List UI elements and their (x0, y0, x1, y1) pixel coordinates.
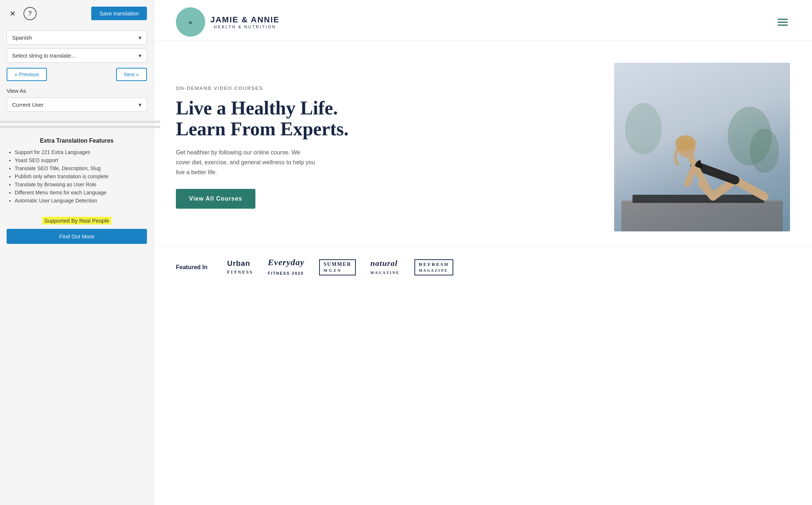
panel-body: Spanish ▼ Select string to translate... … (0, 27, 154, 118)
hero-right (374, 63, 790, 231)
view-as-label: View As (7, 88, 147, 94)
hero-section: ON-DEMAND VIDEO COURSES Live a Healthy L… (154, 41, 812, 246)
view-as-dropdown[interactable]: Current User (7, 98, 147, 112)
hamburger-menu-button[interactable] (775, 17, 790, 28)
brand-logo-summer: SUMMERMGZN (319, 259, 356, 275)
close-button[interactable]: ✕ (7, 8, 18, 19)
logo-circle: & (176, 7, 205, 37)
brand-logo-urban: Urban FITNESS (227, 259, 253, 275)
thick-divider-2 (0, 126, 160, 128)
next-button[interactable]: Next » (116, 68, 147, 81)
feature-item: Translate by Browsing as User Role (15, 182, 147, 187)
feature-item: Translate SEO Title, Description, Slug (15, 165, 147, 171)
logo-text-block: JAMIE & ANNIE HEALTH & NUTRITION (210, 15, 280, 29)
logo-emblem: & (181, 13, 200, 31)
language-dropdown[interactable]: Spanish (7, 30, 147, 45)
language-dropdown-wrapper: Spanish ▼ (7, 30, 147, 45)
svg-rect-7 (632, 195, 764, 203)
svg-rect-5 (621, 202, 783, 231)
svg-point-3 (750, 129, 779, 173)
feature-item: Different Menu Items for each Language (15, 190, 147, 195)
nav-buttons: « Previous Next » (7, 68, 147, 81)
panel-top-bar: ✕ ? Save translation (0, 0, 154, 27)
svg-point-4 (625, 103, 662, 154)
featured-in-label: Featured In (176, 264, 213, 271)
translation-panel: ✕ ? Save translation Spanish ▼ Select st… (0, 0, 154, 505)
svg-line-8 (735, 180, 764, 197)
hero-tag: ON-DEMAND VIDEO COURSES (176, 85, 359, 91)
brand-logo-refresh: REFRESHMAGAZINE (414, 259, 453, 275)
site-header: & JAMIE & ANNIE HEALTH & NUTRITION (154, 0, 812, 41)
hero-image (614, 63, 790, 231)
previous-button[interactable]: « Previous (7, 68, 47, 81)
hamburger-line-1 (778, 19, 788, 20)
hero-description: Get healthier by following our online co… (176, 147, 315, 178)
brand-logo-everyday: Everyday FITNESS 2020 (268, 257, 304, 277)
supported-wrapper: Supported By Real People (7, 210, 147, 224)
find-out-button[interactable]: Find Out More (7, 229, 147, 244)
save-translation-button[interactable]: Save translation (91, 7, 147, 20)
logo-subtitle: HEALTH & NUTRITION (210, 25, 280, 29)
brand-logo-natural: natural MAGAZINE (370, 259, 400, 276)
yoga-pose-illustration (621, 70, 783, 231)
view-as-dropdown-wrapper: Current User ▼ (7, 98, 147, 112)
supported-text: Supported By Real People (42, 217, 111, 224)
string-dropdown-wrapper: Select string to translate... ▼ (7, 48, 147, 63)
extra-features-title: Extra Translation Features (7, 138, 147, 144)
features-list: Support for 221 Extra Languages Yoast SE… (7, 149, 147, 204)
feature-item: Support for 221 Extra Languages (15, 149, 147, 155)
help-button[interactable]: ? (23, 7, 37, 20)
hamburger-line-3 (778, 25, 788, 26)
logo-area: & JAMIE & ANNIE HEALTH & NUTRITION (176, 7, 280, 37)
svg-text:&: & (189, 20, 192, 25)
hero-left: ON-DEMAND VIDEO COURSES Live a Healthy L… (176, 85, 359, 209)
feature-item: Yoast SEO support (15, 157, 147, 163)
logo-title: JAMIE & ANNIE (210, 15, 280, 25)
extra-features-box: Extra Translation Features Support for 2… (0, 130, 154, 251)
hamburger-line-2 (778, 22, 788, 23)
hero-title: Live a Healthy Life. Learn From Experts. (176, 98, 359, 139)
thick-divider (0, 121, 160, 123)
featured-section: Featured In Urban FITNESS Everyday FITNE… (154, 246, 812, 288)
feature-item: Publish only when translation is complet… (15, 173, 147, 179)
string-dropdown[interactable]: Select string to translate... (7, 48, 147, 63)
feature-item: Automatic User Language Detection (15, 198, 147, 204)
main-content: & JAMIE & ANNIE HEALTH & NUTRITION ON-DE… (154, 0, 812, 505)
view-courses-button[interactable]: View All Courses (176, 189, 255, 209)
featured-logos: Urban FITNESS Everyday FITNESS 2020 SUMM… (227, 257, 453, 277)
